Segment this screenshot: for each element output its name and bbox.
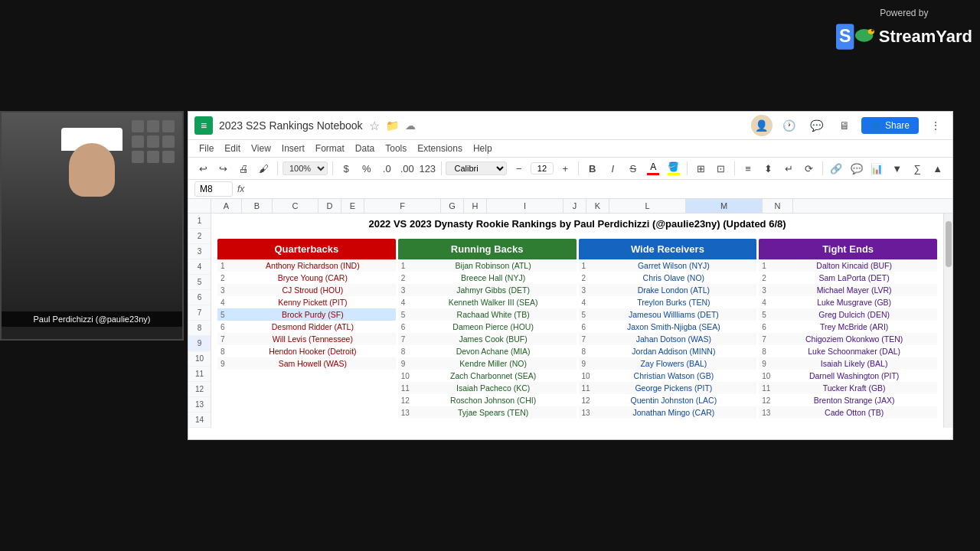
qb-row-4[interactable]: 4Kenny Pickett (PIT) <box>217 296 396 308</box>
wrap-button[interactable]: ↵ <box>780 159 798 178</box>
menu-insert[interactable]: Insert <box>277 142 309 155</box>
cell-reference-input[interactable] <box>194 181 233 197</box>
te-row-8[interactable]: 8Luke Schoonmaker (DAL) <box>759 345 937 357</box>
col-header-e[interactable]: E <box>341 199 364 213</box>
user-avatar[interactable]: 👤 <box>751 115 773 136</box>
italic-button[interactable]: I <box>604 159 622 178</box>
font-inc-button[interactable]: + <box>557 159 574 178</box>
font-size-input[interactable] <box>531 162 554 174</box>
text-color-button[interactable]: A <box>645 159 662 178</box>
te-row-2[interactable]: 2Sam LaPorta (DET) <box>759 272 937 284</box>
te-row-5[interactable]: 5Greg Dulcich (DEN) <box>759 308 937 321</box>
rb-row-13[interactable]: 13Tyjae Spears (TEN) <box>398 406 577 419</box>
menu-file[interactable]: File <box>194 142 218 155</box>
te-row-3[interactable]: 3Michael Mayer (LVR) <box>759 284 937 296</box>
qb-row-7[interactable]: 7Will Levis (Tennessee) <box>217 333 396 345</box>
col-header-m[interactable]: M <box>686 199 763 213</box>
col-header-c[interactable]: C <box>273 199 318 213</box>
menu-help[interactable]: Help <box>469 142 497 155</box>
align-button[interactable]: ≡ <box>740 159 757 178</box>
vertical-scrollbar[interactable] <box>943 214 952 428</box>
rb-row-11[interactable]: 11Isaiah Pacheco (KC) <box>398 382 577 394</box>
qb-row-8[interactable]: 8Hendon Hooker (Detroit) <box>217 345 396 357</box>
col-header-l[interactable]: L <box>609 199 686 213</box>
rb-row-7[interactable]: 7James Cook (BUF) <box>398 333 577 345</box>
te-row-6[interactable]: 6Trey McBride (ARI) <box>759 321 937 333</box>
te-row-7[interactable]: 7Chigoziem Okonkwo (TEN) <box>759 333 937 345</box>
rb-row-3[interactable]: 3Jahmyr Gibbs (DET) <box>398 284 577 296</box>
rb-row-2[interactable]: 2Breece Hall (NYJ) <box>398 272 577 284</box>
currency-button[interactable]: $ <box>338 159 355 178</box>
col-header-n[interactable]: N <box>763 199 793 213</box>
menu-data[interactable]: Data <box>351 142 379 155</box>
te-row-13[interactable]: 13Cade Otton (TB) <box>759 406 937 419</box>
formula-input[interactable] <box>249 182 946 196</box>
wr-row-6[interactable]: 6Jaxon Smith-Njigba (SEA) <box>579 321 757 333</box>
print-button[interactable]: 🖨 <box>235 159 253 178</box>
screen-button[interactable]: 🖥 <box>834 115 855 136</box>
chat-button[interactable]: 💬 <box>806 115 828 136</box>
rb-row-6[interactable]: 6Dameon Pierce (HOU) <box>398 321 577 333</box>
rb-row-1[interactable]: 1Bijan Robinson (ATL) <box>398 259 577 272</box>
filter-button[interactable]: ▼ <box>888 159 906 178</box>
share-button[interactable]: 👤 Share <box>861 117 919 134</box>
rb-row-10[interactable]: 10Zach Charbonnet (SEA) <box>398 370 577 382</box>
more-button[interactable]: ⋮ <box>925 115 946 136</box>
rb-row-12[interactable]: 12Roschon Johnson (CHI) <box>398 394 577 406</box>
menu-format[interactable]: Format <box>311 142 349 155</box>
main-content-area[interactable]: 2022 VS 2023 Dynasty Rookie Rankings by … <box>211 214 943 428</box>
zoom-select[interactable]: 100% <box>283 161 328 175</box>
wr-row-9[interactable]: 9Zay Flowers (BAL) <box>579 357 757 370</box>
bold-button[interactable]: B <box>583 159 601 178</box>
borders-button[interactable]: ⊞ <box>692 159 710 178</box>
wr-row-11[interactable]: 11George Pickens (PIT) <box>579 382 757 394</box>
font-dec-button[interactable]: − <box>510 159 528 178</box>
wr-row-3[interactable]: 3Drake London (ATL) <box>579 284 757 296</box>
valign-button[interactable]: ⬍ <box>760 159 777 178</box>
folder-icon[interactable]: 📁 <box>386 119 399 132</box>
cloud-icon[interactable]: ☁ <box>405 119 416 132</box>
col-header-i[interactable]: I <box>487 199 564 213</box>
wr-row-10[interactable]: 10Christian Watson (GB) <box>579 370 757 382</box>
star-icon[interactable]: ☆ <box>369 119 380 133</box>
function-button[interactable]: ∑ <box>909 159 926 178</box>
qb-row-1[interactable]: 1Anthony Richardson (IND) <box>217 259 396 272</box>
qb-row-9[interactable]: 9Sam Howell (WAS) <box>217 357 396 370</box>
menu-tools[interactable]: Tools <box>381 142 411 155</box>
col-header-j[interactable]: J <box>564 199 586 213</box>
wr-row-2[interactable]: 2Chris Olave (NO) <box>579 272 757 284</box>
undo-button[interactable]: ↩ <box>194 159 212 178</box>
history-button[interactable]: 🕐 <box>779 115 800 136</box>
qb-row-6[interactable]: 6Desmond Ridder (ATL) <box>217 321 396 333</box>
font-select[interactable]: Calibri <box>446 161 507 175</box>
col-header-h[interactable]: H <box>464 199 487 213</box>
link-button[interactable]: 🔗 <box>828 159 845 178</box>
menu-edit[interactable]: Edit <box>220 142 245 155</box>
wr-row-12[interactable]: 12Quentin Johnston (LAC) <box>579 394 757 406</box>
rb-row-8[interactable]: 8Devon Achane (MIA) <box>398 345 577 357</box>
col-header-d[interactable]: D <box>318 199 341 213</box>
format-number-button[interactable]: 123 <box>419 159 436 178</box>
rb-row-9[interactable]: 9Kendre Miller (NO) <box>398 357 577 370</box>
rotate-button[interactable]: ⟳ <box>800 159 818 178</box>
wr-row-13[interactable]: 13Jonathan Mingo (CAR) <box>579 406 757 419</box>
te-row-9[interactable]: 9Isaiah Likely (BAL) <box>759 357 937 370</box>
rb-row-4[interactable]: 4Kenneth Walker III (SEA) <box>398 296 577 308</box>
scrollbar-thumb[interactable] <box>946 221 952 267</box>
comment-button[interactable]: 💬 <box>848 159 865 178</box>
te-row-4[interactable]: 4Luke Musgrave (GB) <box>759 296 937 308</box>
menu-extensions[interactable]: Extensions <box>413 142 467 155</box>
te-row-11[interactable]: 11Tucker Kraft (GB) <box>759 382 937 394</box>
decimal-inc-button[interactable]: .00 <box>398 159 416 178</box>
qb-row-5[interactable]: 5Brock Purdy (SF) <box>217 308 396 321</box>
col-header-f[interactable]: F <box>364 199 441 213</box>
qb-row-2[interactable]: 2Bryce Young (CAR) <box>217 272 396 284</box>
te-row-10[interactable]: 10Darnell Washington (PIT) <box>759 370 937 382</box>
chart-button[interactable]: 📊 <box>868 159 886 178</box>
qb-row-3[interactable]: 3CJ Stroud (HOU) <box>217 284 396 296</box>
wr-row-1[interactable]: 1Garret Wilson (NYJ) <box>579 259 757 272</box>
rb-row-5[interactable]: 5Rachaad White (TB) <box>398 308 577 321</box>
wr-row-5[interactable]: 5Jamesou Willliams (DET) <box>579 308 757 321</box>
expand-button[interactable]: ▲ <box>929 159 946 178</box>
merge-button[interactable]: ⊡ <box>712 159 730 178</box>
